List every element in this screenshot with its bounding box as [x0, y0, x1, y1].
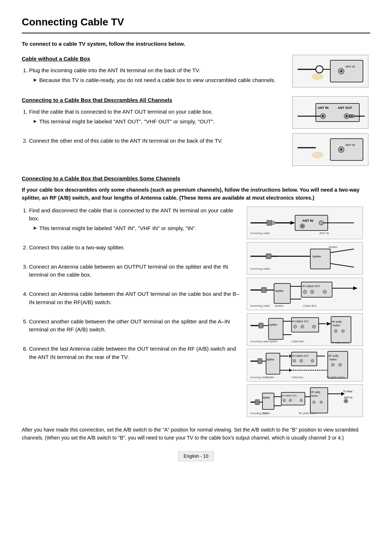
- svg-point-55: [303, 290, 307, 294]
- section3-step2: Connect this cable to a two-way splitter…: [29, 244, 241, 252]
- svg-rect-70: [291, 318, 319, 332]
- svg-rect-39: [310, 249, 330, 269]
- svg-point-105: [339, 363, 342, 366]
- diagram-step4: Splitter IN CABLE OUT RF (A/B): [247, 313, 363, 346]
- svg-text:IN  CABLE  OUT: IN CABLE OUT: [292, 320, 309, 323]
- svg-point-122: [300, 399, 303, 401]
- section3-step3: Connect an Antenna cable between an OUTP…: [29, 263, 241, 279]
- svg-text:Incoming cable: Incoming cable: [250, 267, 270, 270]
- svg-text:Splitter: Splitter: [312, 255, 321, 258]
- svg-text:RF (A/B): RF (A/B): [328, 355, 338, 358]
- section3-step1-sub: This terminal might be labeled "ANT IN",…: [39, 224, 196, 233]
- section2: Connecting to a Cable Box that Descrambl…: [22, 96, 370, 166]
- svg-text:ANT IN: ANT IN: [318, 106, 328, 110]
- svg-point-80: [334, 330, 337, 332]
- diagram-ant-in-out: ANT IN ANT OUT: [292, 96, 368, 129]
- intro-text: To connect to a cable TV system, follow …: [22, 40, 370, 48]
- page-number: English - 10: [178, 451, 214, 461]
- svg-text:Incoming cable: Incoming cable: [250, 376, 268, 379]
- svg-text:Splitter: Splitter: [266, 358, 274, 361]
- svg-text:RF (A/B): RF (A/B): [332, 320, 342, 323]
- svg-text:Incoming cable: Incoming cable: [250, 232, 270, 235]
- svg-text:Cable Box: Cable Box: [291, 340, 304, 343]
- diagram-step1: ANT IN Incoming cable ANT IN: [247, 207, 363, 239]
- arrow-icon3: ➤: [33, 224, 37, 232]
- svg-text:Splitter: Splitter: [328, 245, 338, 249]
- svg-text:Splitter: Splitter: [263, 396, 270, 399]
- section1-step1: Plug the incoming cable into the ANT IN …: [29, 66, 283, 84]
- arrow-icon2: ➤: [33, 118, 37, 125]
- diagram-tv-back-connect: ANT IN: [292, 133, 368, 166]
- section1-heading: Cable without a Cable Box: [22, 55, 283, 63]
- svg-text:ANT IN: ANT IN: [346, 65, 355, 68]
- svg-text:ANT IN: ANT IN: [344, 396, 352, 399]
- svg-text:ANT IN: ANT IN: [319, 232, 329, 235]
- svg-text:Switch: Switch: [329, 358, 337, 361]
- svg-text:Incoming cable: Incoming cable: [250, 304, 270, 307]
- svg-rect-112: [255, 400, 260, 405]
- svg-text:Cable Box: Cable Box: [291, 376, 303, 379]
- section2-step1: Find the cable that is connected to the …: [29, 108, 283, 126]
- svg-rect-53: [301, 282, 332, 297]
- svg-text:Switch: Switch: [311, 395, 318, 397]
- section1-step1-sub: Because this TV is cable-ready, you do n…: [39, 76, 276, 85]
- svg-text:Splitter: Splitter: [266, 376, 274, 379]
- section2-heading: Connecting to a Cable Box that Descrambl…: [22, 96, 283, 105]
- svg-text:ANT IN: ANT IN: [346, 143, 355, 147]
- svg-rect-65: [269, 318, 283, 339]
- section2-step1-sub: This terminal might be labeled "ANT OUT"…: [39, 118, 215, 126]
- svg-point-56: [310, 290, 314, 294]
- svg-rect-64: [259, 323, 263, 328]
- diagram-step6: Splitter IN CABLE OUT RF (A/B) Switch: [247, 384, 363, 417]
- svg-point-81: [342, 330, 344, 332]
- section3-step1: Find and disconnect the cable that is co…: [29, 207, 241, 233]
- svg-point-12: [322, 115, 324, 117]
- section3: Connecting to a Cable Box that Descrambl…: [22, 175, 370, 417]
- footer-text: After you have made this connection, set…: [22, 426, 370, 442]
- diagrams-column: ANT IN Incoming cable ANT IN: [247, 207, 370, 417]
- svg-point-73: [301, 325, 304, 328]
- svg-point-30: [302, 225, 303, 227]
- svg-rect-48: [274, 283, 290, 303]
- svg-text:TV Rear: TV Rear: [343, 390, 353, 393]
- svg-marker-76: [327, 322, 331, 326]
- svg-point-14: [346, 115, 348, 117]
- svg-rect-33: [267, 220, 272, 225]
- svg-text:Splitter: Splitter: [269, 340, 278, 343]
- svg-line-43: [330, 264, 354, 267]
- svg-rect-95: [291, 352, 317, 366]
- section2-step2: Connect the other end of this cable to t…: [29, 137, 283, 145]
- svg-point-99: [311, 359, 314, 362]
- svg-text:IN CABLE OUT: IN CABLE OUT: [282, 395, 297, 397]
- svg-point-134: [345, 400, 347, 402]
- section3-heading: Connecting to a Cable Box that Descrambl…: [22, 175, 370, 183]
- svg-rect-34: [272, 221, 275, 225]
- section1: Cable without a Cable Box Plug the incom…: [22, 55, 370, 87]
- section3-step5: Connect another cable between the other …: [29, 318, 241, 334]
- svg-rect-18: [352, 115, 354, 118]
- svg-point-128: [320, 401, 323, 403]
- diagram-step5: Splitter IN CABLE OUT: [247, 349, 363, 381]
- svg-text:IN  CABLE  OUT: IN CABLE OUT: [302, 285, 320, 287]
- svg-rect-87: [258, 359, 262, 364]
- svg-point-57: [323, 290, 327, 294]
- svg-point-127: [313, 401, 315, 403]
- svg-point-7: [312, 74, 323, 79]
- svg-text:RF (A/B) Switch: RF (A/B) Switch: [331, 342, 349, 344]
- svg-rect-38: [266, 254, 271, 259]
- svg-text:ANT OUT: ANT OUT: [338, 106, 352, 110]
- svg-point-24: [312, 152, 323, 158]
- svg-line-42: [330, 249, 354, 253]
- footer-page-num-wrapper: English - 10: [22, 448, 370, 461]
- svg-rect-17: [350, 115, 352, 118]
- svg-text:Splitter: Splitter: [262, 412, 270, 415]
- section3-step4: Connect an Antenna cable between the ANT…: [29, 290, 241, 306]
- svg-marker-59: [353, 286, 358, 290]
- svg-marker-26: [290, 221, 295, 225]
- section3-step6: Connect the last Antenna cable between t…: [29, 345, 241, 361]
- svg-rect-113: [262, 393, 274, 409]
- svg-point-74: [313, 325, 316, 328]
- svg-text:Cable Box: Cable Box: [303, 304, 317, 307]
- svg-rect-88: [266, 353, 280, 374]
- svg-point-98: [300, 359, 303, 362]
